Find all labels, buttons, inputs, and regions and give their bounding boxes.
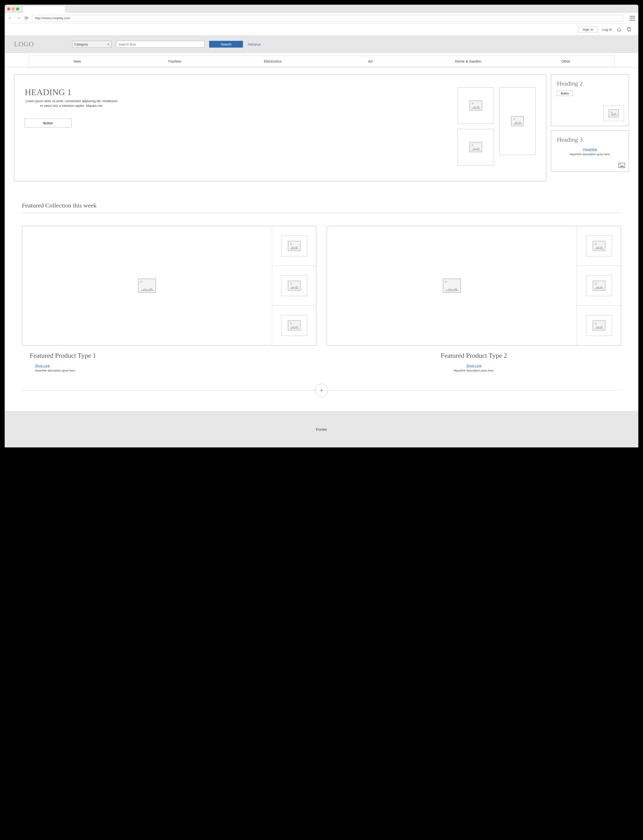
featured-thumb[interactable] (577, 266, 621, 306)
image-icon (443, 278, 461, 293)
image-placeholder (457, 87, 494, 124)
featured-title-2: Featured Product Type 2 (327, 352, 621, 360)
forward-icon[interactable]: → (16, 15, 21, 21)
footer: Footer (5, 411, 638, 448)
image-icon (618, 163, 625, 168)
url-input[interactable]: http://www.creately.com (32, 15, 623, 21)
hyperlink-desc: Hyperlink description goes here. (557, 153, 623, 156)
load-more-button[interactable]: + (315, 384, 328, 397)
side-panel-1: Heading 2 Button (551, 74, 629, 126)
image-icon (288, 280, 301, 291)
featured-thumb[interactable] (577, 226, 621, 266)
nav-item-electronics[interactable]: Electronics (224, 56, 322, 67)
shop-link-desc-2: Hyperlink description goes here. (327, 369, 621, 372)
image-icon (288, 241, 301, 251)
browser-tabbar (5, 5, 638, 13)
browser-addressbar: ← → ⟳ http://www.creately.com (5, 13, 638, 23)
browser-tab[interactable] (23, 6, 65, 13)
featured-thumb[interactable] (272, 226, 316, 266)
account-bar: Sign In Log In (5, 23, 638, 35)
image-icon (469, 142, 482, 152)
featured-card-2: Featured Product Type 2 Shop Link Hyperl… (327, 226, 621, 372)
logo: LOGO (14, 40, 34, 48)
reload-icon[interactable]: ⟳ (24, 15, 28, 21)
image-icon (469, 100, 482, 111)
search-button[interactable]: Search (209, 41, 243, 47)
image-icon (592, 320, 605, 331)
hero-button[interactable]: Button (25, 119, 72, 127)
image-placeholder (499, 87, 535, 155)
side-button[interactable]: Button (557, 91, 573, 96)
image-icon (609, 109, 619, 117)
featured-thumb[interactable] (272, 306, 316, 345)
featured-thumb[interactable] (577, 306, 621, 345)
search-input[interactable] (116, 41, 204, 47)
featured-title-1: Featured Product Type 1 (29, 352, 316, 360)
shop-link-2[interactable]: Shop Link (467, 364, 481, 368)
image-icon (592, 241, 605, 251)
side-heading-3: Heading 3 (557, 136, 623, 143)
advance-link[interactable]: Advance (248, 42, 261, 46)
featured-card-1: Featured Product Type 1 Shop Link Hyperl… (22, 226, 316, 372)
image-placeholder (603, 106, 624, 121)
hyperlink[interactable]: Hyperlink (583, 147, 597, 151)
bell-icon[interactable] (617, 27, 622, 32)
log-in-link[interactable]: Log In (602, 28, 612, 31)
image-icon (592, 280, 605, 291)
maximize-window-icon[interactable] (16, 8, 19, 10)
featured-section-title: Featured Collection this week (22, 202, 629, 209)
category-nav: New Fashion Electronics Art Home & Garde… (28, 55, 615, 67)
image-placeholder (457, 129, 494, 165)
svg-point-1 (630, 31, 630, 31)
nav-item-art[interactable]: Art (322, 56, 419, 67)
image-icon (511, 116, 524, 126)
minimize-window-icon[interactable] (12, 8, 15, 10)
back-icon[interactable]: ← (8, 15, 13, 21)
nav-item-fashion[interactable]: Fashion (126, 56, 224, 67)
hero-heading: HEADING 1 (25, 87, 444, 97)
nav-item-other[interactable]: Other (517, 56, 615, 67)
image-icon (138, 278, 156, 293)
featured-thumb[interactable] (272, 266, 316, 306)
search-header: LOGO Category ▼ Search Advance (5, 35, 638, 53)
sign-in-button[interactable]: Sign In (578, 26, 597, 33)
chevron-down-icon: ▼ (107, 43, 109, 46)
cart-icon[interactable] (627, 27, 632, 32)
category-select-label: Category (74, 42, 88, 46)
nav-item-new[interactable]: New (28, 56, 126, 67)
featured-main-image (22, 226, 272, 345)
nav-item-home-garden[interactable]: Home & Garden (419, 56, 517, 67)
close-window-icon[interactable] (7, 8, 10, 10)
shop-link-desc-1: Hyperlink description goes here. (35, 369, 316, 372)
shop-link-1[interactable]: Shop Link (35, 364, 50, 368)
category-select[interactable]: Category ▼ (72, 41, 111, 47)
svg-point-0 (628, 31, 629, 31)
image-icon (288, 320, 301, 331)
hero-panel: HEADING 1 Lorem ipsum dolor sit amet, co… (14, 74, 546, 181)
menu-icon[interactable] (630, 16, 635, 21)
side-panel-2: Heading 3 Hyperlink Hyperlink descriptio… (551, 130, 629, 172)
hero-body: Lorem ipsum dolor sit amet, consectetur … (25, 99, 118, 108)
featured-main-image (327, 226, 577, 345)
side-heading-2: Heading 2 (557, 80, 623, 87)
